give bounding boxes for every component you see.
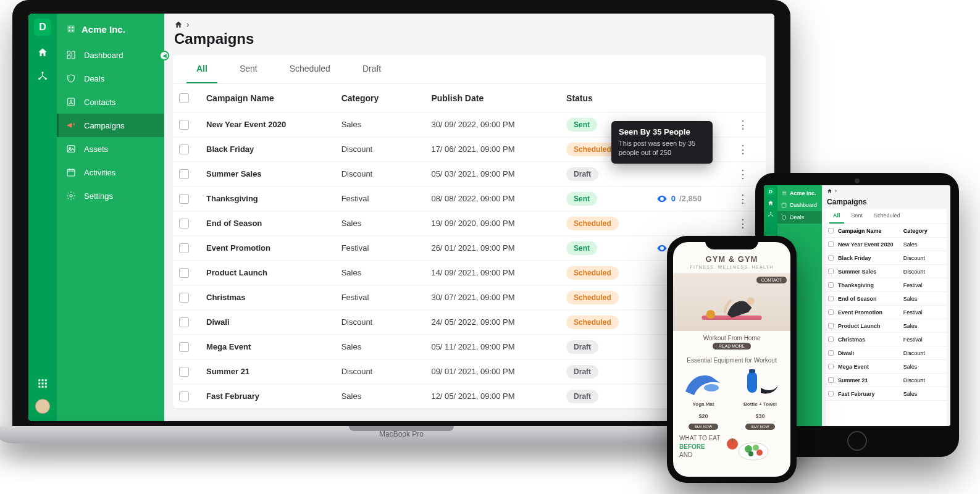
campaign-name: Black Friday (206, 144, 341, 154)
org-icon[interactable] (36, 69, 49, 83)
row-menu-button[interactable]: ⋮ (737, 118, 760, 132)
campaign-name: Fast February (838, 391, 903, 397)
svg-rect-16 (72, 30, 73, 31)
org-icon[interactable] (768, 211, 774, 217)
tab-sent[interactable]: Sent (848, 209, 867, 224)
svg-point-46 (748, 451, 753, 456)
breadcrumb-home-icon[interactable] (827, 188, 832, 194)
home-icon[interactable] (36, 46, 49, 59)
table-row[interactable]: Mega EventSales (826, 360, 947, 374)
row-checkbox[interactable] (828, 241, 834, 247)
row-checkbox[interactable] (179, 219, 189, 228)
row-checkbox[interactable] (179, 169, 189, 179)
table-row[interactable]: ThanksgivingFestival (826, 278, 947, 292)
row-menu-button[interactable]: ⋮ (737, 143, 760, 156)
shield-icon (781, 215, 787, 220)
row-checkbox[interactable] (179, 367, 189, 377)
table-row[interactable]: Summer SalesDiscount05/ 03/ 2021, 09:00 … (173, 162, 766, 186)
table-row[interactable]: Black FridayDiscount (826, 251, 947, 265)
select-all-checkbox[interactable] (828, 228, 834, 233)
sidebar-item-deals[interactable]: Deals (57, 67, 164, 90)
campaign-name: Christmas (206, 293, 341, 302)
seen-count[interactable]: 0/2,850 (656, 193, 737, 204)
home-icon[interactable] (768, 200, 774, 206)
col-name: Campaign Name (206, 93, 341, 103)
avatar[interactable] (35, 399, 50, 414)
row-checkbox[interactable] (179, 243, 189, 253)
svg-point-27 (661, 198, 663, 199)
table-row[interactable]: Event PromotionFestival (826, 306, 947, 319)
product-card[interactable]: Yoga Mat $20 BUY NOW (678, 365, 729, 430)
row-checkbox[interactable] (179, 144, 189, 154)
svg-point-28 (661, 247, 663, 249)
campaign-category: Sales (903, 296, 944, 302)
table-row[interactable]: End of SeasonSales19/ 09/ 2020, 09:00 PM… (173, 211, 766, 236)
tab-scheduled[interactable]: Scheduled (870, 209, 904, 224)
table-row[interactable]: ChristmasFestival (826, 333, 947, 346)
row-checkbox[interactable] (179, 268, 189, 278)
row-checkbox[interactable] (179, 317, 189, 327)
sidebar-item-campaigns[interactable]: Campaigns (57, 114, 164, 137)
table-row[interactable]: Product LaunchSales (826, 319, 947, 333)
row-checkbox[interactable] (828, 377, 834, 383)
product-name: Yoga Mat (678, 401, 729, 407)
row-checkbox[interactable] (828, 323, 834, 329)
row-checkbox[interactable] (179, 120, 189, 130)
sidebar-item-dashboard[interactable]: Dashboard (777, 199, 822, 211)
table-row[interactable]: Summer 21Discount (826, 374, 947, 387)
status-badge: Sent (566, 118, 597, 132)
buy-now-button[interactable]: BUY NOW (745, 424, 776, 430)
app-logo[interactable]: D (767, 188, 774, 195)
row-checkbox[interactable] (828, 364, 834, 369)
select-all-checkbox[interactable] (179, 93, 189, 103)
contact-button[interactable]: CONTACT (756, 277, 787, 283)
tab-draft[interactable]: Draft (353, 55, 391, 83)
row-checkbox[interactable] (179, 194, 189, 204)
row-checkbox[interactable] (179, 342, 189, 352)
row-checkbox[interactable] (179, 391, 189, 401)
sidebar-item-assets[interactable]: Assets (57, 137, 164, 161)
product-card[interactable]: Bottle + Towel $30 BUY NOW (735, 365, 785, 430)
sidebar-item-deals[interactable]: Deals (777, 211, 822, 224)
tab-sent[interactable]: Sent (230, 55, 267, 83)
app-logo[interactable]: D (34, 19, 51, 36)
sidebar-item-activities[interactable]: Activities (57, 161, 164, 184)
tab-all[interactable]: All (829, 209, 844, 224)
collapse-sidebar-button[interactable]: ◀ (159, 51, 169, 61)
row-checkbox[interactable] (828, 309, 834, 315)
row-checkbox[interactable] (828, 282, 834, 288)
row-checkbox[interactable] (828, 296, 834, 301)
table-row[interactable]: DiwaliDiscount (826, 346, 947, 360)
status-badge: Scheduled (566, 217, 619, 230)
hero-image: CONTACT (673, 273, 790, 331)
buy-now-button[interactable]: BUY NOW (689, 424, 719, 430)
sidebar-item-contacts[interactable]: Contacts (57, 90, 164, 114)
apps-grid-icon[interactable] (36, 377, 49, 390)
table-row[interactable]: Summer SalesDiscount (826, 265, 947, 278)
row-checkbox[interactable] (828, 255, 834, 261)
campaign-category: Festival (341, 243, 432, 253)
table-row[interactable]: ThanksgivingFestival08/ 08/ 2022, 09:00 … (173, 186, 766, 211)
svg-point-0 (41, 72, 43, 73)
sidebar-item-settings[interactable]: Settings (57, 184, 164, 207)
campaign-date: 24/ 05/ 2022, 09:00 PM (431, 317, 566, 327)
campaign-name: Summer Sales (206, 169, 341, 178)
tablet-home-button[interactable] (847, 431, 867, 451)
table-row[interactable]: New Year Event 2020Sales (826, 238, 947, 251)
row-menu-button[interactable]: ⋮ (737, 167, 760, 181)
row-checkbox[interactable] (828, 269, 834, 274)
table-row[interactable]: Fast FebruarySales (826, 387, 947, 401)
row-checkbox[interactable] (828, 337, 834, 342)
tab-scheduled[interactable]: Scheduled (280, 55, 340, 83)
row-checkbox[interactable] (828, 350, 834, 356)
row-checkbox[interactable] (828, 391, 834, 396)
eat-section: WHAT TO EAT BEFORE AND (673, 430, 790, 461)
table-row[interactable]: End of SeasonSales (826, 292, 947, 306)
tab-all[interactable]: All (186, 55, 217, 83)
row-checkbox[interactable] (179, 293, 189, 303)
read-more-button[interactable]: READ MORE (713, 343, 751, 350)
sidebar-item-dashboard[interactable]: Dashboard (57, 43, 164, 67)
campaign-name: Summer Sales (838, 269, 903, 275)
breadcrumb-home-icon[interactable] (174, 20, 183, 29)
col-date: Publish Date (431, 93, 566, 103)
